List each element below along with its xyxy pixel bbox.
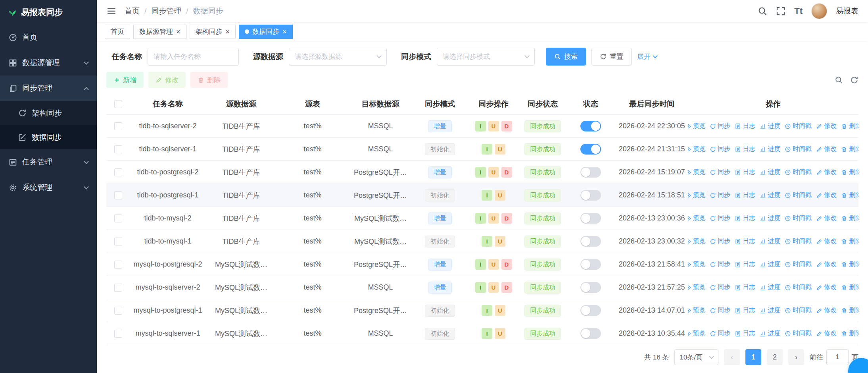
row-action-log[interactable]: 日志 bbox=[735, 306, 755, 315]
row-action-sync[interactable]: 同步 bbox=[710, 214, 730, 222]
row-action-edit[interactable]: 修改 bbox=[816, 283, 837, 292]
row-action-delete[interactable]: 删除 bbox=[841, 306, 858, 315]
prev-page-button[interactable]: ‹ bbox=[724, 349, 740, 365]
row-action-log[interactable]: 日志 bbox=[735, 145, 755, 153]
row-action-sync[interactable]: 同步 bbox=[710, 191, 730, 199]
row-action-progress[interactable]: 进度 bbox=[760, 329, 780, 338]
row-action-preview[interactable]: 预览 bbox=[688, 237, 705, 245]
tab-home[interactable]: 首页 bbox=[105, 25, 130, 39]
row-action-timestamp[interactable]: 时间戳 bbox=[785, 283, 812, 292]
status-switch[interactable] bbox=[580, 305, 601, 316]
status-switch[interactable] bbox=[580, 259, 601, 270]
row-action-preview[interactable]: 预览 bbox=[688, 191, 705, 199]
goto-page-input[interactable] bbox=[826, 349, 849, 365]
row-action-sync[interactable]: 同步 bbox=[710, 329, 730, 338]
sync-mode-select[interactable]: 请选择同步模式 bbox=[437, 48, 535, 66]
status-switch[interactable] bbox=[580, 167, 601, 178]
row-action-progress[interactable]: 进度 bbox=[760, 283, 780, 292]
row-action-timestamp[interactable]: 时间戳 bbox=[785, 214, 812, 222]
status-switch[interactable] bbox=[580, 190, 601, 201]
row-action-log[interactable]: 日志 bbox=[735, 214, 755, 222]
row-checkbox[interactable] bbox=[114, 284, 122, 292]
row-checkbox[interactable] bbox=[114, 238, 122, 245]
row-checkbox[interactable] bbox=[114, 261, 122, 269]
row-checkbox[interactable] bbox=[114, 145, 122, 153]
avatar[interactable] bbox=[811, 3, 827, 19]
row-action-edit[interactable]: 修改 bbox=[816, 306, 837, 315]
add-button[interactable]: 新增 bbox=[106, 72, 144, 88]
username[interactable]: 易报表 bbox=[836, 6, 858, 16]
row-action-log[interactable]: 日志 bbox=[735, 237, 755, 245]
row-action-edit[interactable]: 修改 bbox=[816, 260, 837, 269]
row-action-preview[interactable]: 预览 bbox=[688, 145, 705, 153]
sidebar-item-schema-sync[interactable]: 架构同步 bbox=[0, 101, 97, 125]
close-icon[interactable]: × bbox=[282, 28, 287, 35]
search-button[interactable]: 搜索 bbox=[546, 48, 586, 66]
sidebar-collapse-button[interactable] bbox=[106, 6, 117, 16]
row-action-edit[interactable]: 修改 bbox=[816, 168, 837, 176]
row-action-delete[interactable]: 删除 bbox=[841, 145, 858, 153]
row-action-preview[interactable]: 预览 bbox=[688, 260, 705, 269]
row-action-delete[interactable]: 删除 bbox=[841, 329, 858, 338]
row-action-progress[interactable]: 进度 bbox=[760, 122, 780, 130]
row-action-preview[interactable]: 预览 bbox=[688, 122, 705, 130]
row-checkbox[interactable] bbox=[114, 330, 122, 338]
row-action-timestamp[interactable]: 时间戳 bbox=[785, 145, 812, 153]
reset-button[interactable]: 重置 bbox=[591, 48, 632, 66]
status-switch[interactable] bbox=[580, 213, 601, 224]
row-action-timestamp[interactable]: 时间戳 bbox=[785, 168, 812, 176]
row-action-preview[interactable]: 预览 bbox=[688, 329, 705, 338]
close-icon[interactable]: × bbox=[226, 28, 230, 35]
row-action-delete[interactable]: 删除 bbox=[841, 168, 858, 176]
row-action-sync[interactable]: 同步 bbox=[710, 168, 730, 176]
breadcrumb-home[interactable]: 首页 bbox=[125, 6, 140, 16]
row-action-delete[interactable]: 删除 bbox=[841, 191, 858, 199]
row-action-delete[interactable]: 删除 bbox=[841, 283, 858, 292]
sidebar-item-sync-management[interactable]: 同步管理 bbox=[0, 75, 97, 101]
row-action-delete[interactable]: 删除 bbox=[841, 237, 858, 245]
row-action-timestamp[interactable]: 时间戳 bbox=[785, 191, 812, 199]
font-size-icon[interactable]: Tt bbox=[794, 6, 803, 16]
row-action-log[interactable]: 日志 bbox=[735, 191, 755, 199]
fullscreen-icon[interactable] bbox=[776, 6, 785, 16]
row-action-progress[interactable]: 进度 bbox=[760, 214, 780, 222]
refresh-table-icon[interactable] bbox=[850, 76, 858, 84]
sidebar-item-task-management[interactable]: 任务管理 bbox=[0, 149, 97, 175]
sidebar-item-datasource-management[interactable]: 数据源管理 bbox=[0, 50, 97, 75]
row-checkbox[interactable] bbox=[114, 215, 122, 222]
row-action-sync[interactable]: 同步 bbox=[710, 260, 730, 269]
row-action-log[interactable]: 日志 bbox=[735, 329, 755, 338]
sidebar-item-home[interactable]: 首页 bbox=[0, 25, 97, 50]
row-action-progress[interactable]: 进度 bbox=[760, 168, 780, 176]
row-action-progress[interactable]: 进度 bbox=[760, 191, 780, 199]
row-action-edit[interactable]: 修改 bbox=[816, 122, 837, 130]
select-all-checkbox[interactable] bbox=[114, 100, 122, 108]
row-action-timestamp[interactable]: 时间戳 bbox=[785, 329, 812, 338]
toggle-search-icon[interactable] bbox=[835, 76, 843, 84]
sidebar-item-data-sync[interactable]: 数据同步 bbox=[0, 125, 97, 149]
row-action-preview[interactable]: 预览 bbox=[688, 306, 705, 315]
row-action-progress[interactable]: 进度 bbox=[760, 260, 780, 269]
close-icon[interactable]: × bbox=[176, 28, 181, 35]
tab-data-sync[interactable]: 数据同步 × bbox=[239, 25, 293, 39]
page-button-2[interactable]: 2 bbox=[767, 349, 783, 365]
row-action-progress[interactable]: 进度 bbox=[760, 145, 780, 153]
task-name-input[interactable] bbox=[154, 53, 233, 61]
status-switch[interactable] bbox=[580, 328, 601, 339]
row-action-log[interactable]: 日志 bbox=[735, 283, 755, 292]
row-action-edit[interactable]: 修改 bbox=[816, 237, 837, 245]
delete-button[interactable]: 删除 bbox=[190, 72, 228, 88]
row-action-sync[interactable]: 同步 bbox=[710, 122, 730, 130]
row-action-progress[interactable]: 进度 bbox=[760, 306, 780, 315]
row-action-sync[interactable]: 同步 bbox=[710, 306, 730, 315]
row-action-preview[interactable]: 预览 bbox=[688, 214, 705, 222]
tab-schema-sync[interactable]: 架构同步 × bbox=[190, 25, 236, 39]
row-action-sync[interactable]: 同步 bbox=[710, 283, 730, 292]
status-switch[interactable] bbox=[580, 236, 601, 247]
status-switch[interactable] bbox=[580, 121, 601, 131]
expand-filters-button[interactable]: 展开 bbox=[637, 52, 657, 61]
status-switch[interactable] bbox=[580, 144, 601, 155]
row-action-preview[interactable]: 预览 bbox=[688, 168, 705, 176]
row-checkbox[interactable] bbox=[114, 122, 122, 130]
row-action-delete[interactable]: 删除 bbox=[841, 122, 858, 130]
